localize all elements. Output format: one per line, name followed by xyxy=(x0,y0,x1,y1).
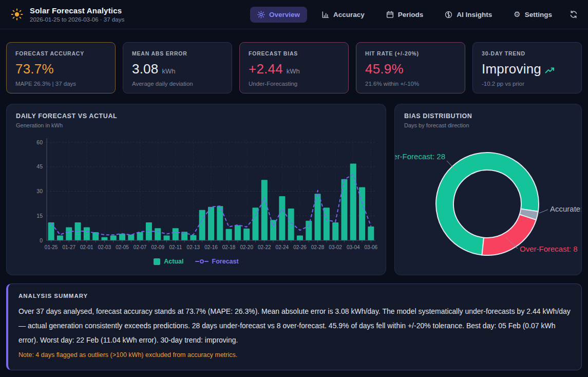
kpi-card-forecast-accuracy: FORECAST ACCURACY 73.7% MAPE 26.3% | 37 … xyxy=(6,42,116,93)
kpi-unit: kWh xyxy=(162,67,175,75)
svg-text:15: 15 xyxy=(36,213,43,219)
svg-text:45: 45 xyxy=(36,163,43,169)
daily-forecast-chart: 01530456001-2501-2702-0102-0302-0502-070… xyxy=(16,134,377,255)
svg-text:02-09: 02-09 xyxy=(151,244,164,250)
tab-ai-insights-label: AI Insights xyxy=(457,11,492,18)
tab-accuracy-label: Accuracy xyxy=(333,11,365,18)
summary-heading: ANALYSIS SUMMARY xyxy=(18,293,571,299)
bias-distribution-panel: BIAS DISTRIBUTION Days by forecast direc… xyxy=(394,104,582,275)
svg-text:03-02: 03-02 xyxy=(329,244,342,250)
svg-text:02-28: 02-28 xyxy=(311,244,325,250)
svg-text:03-06: 03-06 xyxy=(365,244,377,250)
kpi-subtext: Under-Forecasting xyxy=(249,81,339,87)
svg-text:01-27: 01-27 xyxy=(62,244,75,250)
charts-row: DAILY FORECAST VS ACTUAL Generation in k… xyxy=(6,104,582,275)
daily-forecast-panel: DAILY FORECAST VS ACTUAL Generation in k… xyxy=(6,104,386,275)
tab-settings-label: Settings xyxy=(525,11,552,18)
donut-label: Over-Forecast: 8 xyxy=(520,244,578,253)
svg-text:02-20: 02-20 xyxy=(240,244,253,250)
tab-settings[interactable]: ⚙ Settings xyxy=(506,7,559,23)
refresh-button[interactable] xyxy=(570,10,578,18)
tab-periods[interactable]: Periods xyxy=(379,7,431,23)
kpi-value: 73.7% xyxy=(15,61,54,77)
kpi-label: HIT RATE (+/-20%) xyxy=(365,50,456,56)
kpi-value: 3.08 xyxy=(132,61,158,77)
svg-text:03-04: 03-04 xyxy=(347,244,360,250)
kpi-card-forecast-bias: FORECAST BIAS +2.44kWh Under-Forecasting xyxy=(239,42,349,93)
chart-title: DAILY FORECAST VS ACTUAL xyxy=(16,112,376,120)
chart-subtitle: Generation in kWh xyxy=(16,122,376,128)
svg-text:30: 30 xyxy=(36,188,43,194)
sun-logo-icon xyxy=(10,8,24,21)
kpi-value: Improving xyxy=(482,61,541,77)
kpi-value: +2.44 xyxy=(249,61,283,77)
tab-accuracy[interactable]: Accuracy xyxy=(314,7,372,23)
svg-text:01-25: 01-25 xyxy=(45,244,58,250)
svg-text:02-16: 02-16 xyxy=(204,244,218,250)
svg-text:02-26: 02-26 xyxy=(293,244,307,250)
kpi-value: 45.9% xyxy=(365,61,404,77)
kpi-subtext: Average daily deviation xyxy=(132,81,223,87)
sun-icon xyxy=(257,11,265,18)
donut-label: Accurate: 1 xyxy=(550,204,581,213)
svg-text:0: 0 xyxy=(40,237,43,243)
kpi-row: FORECAST ACCURACY 73.7% MAPE 26.3% | 37 … xyxy=(6,42,582,93)
refresh-icon xyxy=(570,10,578,18)
donut-label: Under-Forecast: 28 xyxy=(395,152,445,161)
kpi-subtext: 21.6% within +/-10% xyxy=(365,81,456,87)
kpi-label: 30-DAY TREND xyxy=(482,50,573,56)
svg-text:02-05: 02-05 xyxy=(116,244,129,250)
nav-menu: Overview Accuracy Periods xyxy=(250,7,578,23)
svg-text:02-24: 02-24 xyxy=(276,244,289,250)
tab-ai-insights[interactable]: AI Insights xyxy=(438,7,499,23)
bias-donut-chart: Under-Forecast: 28Accurate: 1Over-Foreca… xyxy=(395,104,581,275)
forecast-marker-icon xyxy=(195,259,208,264)
kpi-card-mean-abs-error: MEAN ABS ERROR 3.08kWh Average daily dev… xyxy=(123,42,232,93)
svg-text:02-18: 02-18 xyxy=(222,244,236,250)
kpi-label: FORECAST BIAS xyxy=(249,50,339,56)
kpi-subtext: MAPE 26.3% | 37 days xyxy=(15,81,106,87)
svg-text:60: 60 xyxy=(36,139,43,145)
kpi-label: MEAN ABS ERROR xyxy=(132,50,223,56)
svg-text:02-11: 02-11 xyxy=(169,244,182,250)
kpi-card-hit-rate: HIT RATE (+/-20%) 45.9% 21.6% within +/-… xyxy=(356,42,465,93)
summary-body: Over 37 days analysed, forecast accuracy… xyxy=(18,304,571,347)
kpi-subtext: -10.2 pp vs prior xyxy=(482,81,573,87)
main-content: FORECAST ACCURACY 73.7% MAPE 26.3% | 37 … xyxy=(0,42,588,370)
svg-text:02-03: 02-03 xyxy=(98,244,111,250)
actual-swatch-icon xyxy=(154,258,160,265)
kpi-label: FORECAST ACCURACY xyxy=(15,50,106,56)
tab-overview[interactable]: Overview xyxy=(250,7,307,23)
gear-icon: ⚙ xyxy=(514,11,520,18)
legend-actual[interactable]: Actual xyxy=(154,258,183,265)
brain-icon xyxy=(445,11,452,18)
svg-text:02-01: 02-01 xyxy=(80,244,93,250)
app-title: Solar Forecast Analytics xyxy=(30,6,124,15)
legend-forecast[interactable]: Forecast xyxy=(195,258,239,265)
summary-note: Note: 4 days flagged as outliers (>100 k… xyxy=(18,351,571,359)
brand: Solar Forecast Analytics 2026-01-25 to 2… xyxy=(10,6,124,23)
analysis-summary-panel: ANALYSIS SUMMARY Over 37 days analysed, … xyxy=(6,284,582,370)
top-navbar: Solar Forecast Analytics 2026-01-25 to 2… xyxy=(0,0,588,29)
tab-overview-label: Overview xyxy=(269,11,300,18)
calendar-icon xyxy=(386,11,394,18)
trend-up-icon xyxy=(545,67,555,74)
tab-periods-label: Periods xyxy=(398,11,424,18)
svg-text:02-22: 02-22 xyxy=(258,244,271,250)
bar-chart-icon xyxy=(321,11,329,18)
kpi-unit: kWh xyxy=(287,67,300,75)
date-range-subtitle: 2026-01-25 to 2026-03-06 · 37 days xyxy=(30,16,124,23)
svg-text:02-13: 02-13 xyxy=(187,244,200,250)
chart-legend: Actual Forecast xyxy=(16,258,376,265)
kpi-card-30-day-trend: 30-DAY TREND Improving -10.2 pp vs prior xyxy=(472,42,582,93)
svg-text:02-07: 02-07 xyxy=(134,244,147,250)
